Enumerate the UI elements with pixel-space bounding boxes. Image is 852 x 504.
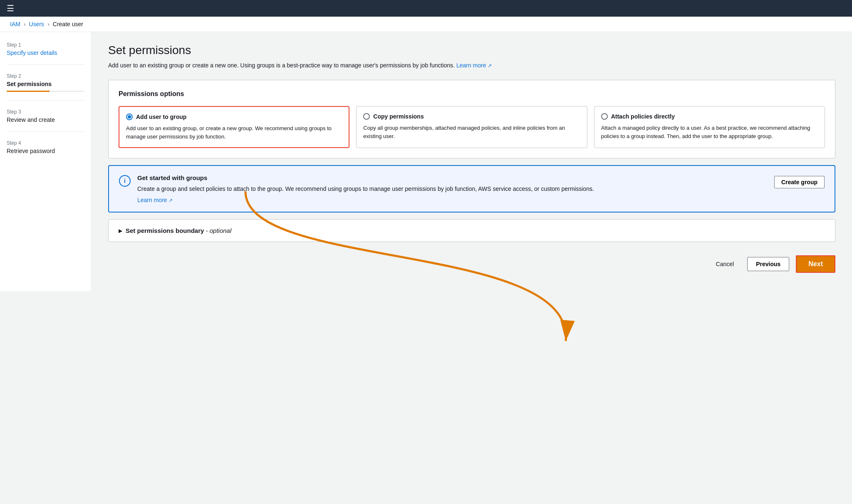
radio-add-to-group[interactable] [126, 114, 133, 120]
info-box-title: Get started with groups [137, 174, 825, 181]
learn-more-link-groups[interactable]: Learn more [137, 197, 173, 203]
breadcrumb-sep-2: › [47, 21, 50, 27]
breadcrumb-create-user: Create user [53, 21, 83, 27]
boundary-optional-label: optional [210, 227, 232, 234]
option-copy-permissions[interactable]: Copy permissions Copy all group membersh… [356, 106, 587, 148]
option-copy-permissions-label: Copy permissions [373, 113, 424, 120]
radio-attach-policies[interactable] [601, 113, 608, 120]
breadcrumb-users[interactable]: Users [29, 21, 45, 27]
boundary-header: ▶ Set permissions boundary - optional [119, 227, 825, 234]
option-attach-policies-label: Attach policies directly [611, 113, 675, 120]
step-2-progress [7, 91, 84, 92]
boundary-title-text: Set permissions boundary [126, 227, 204, 234]
step-3-label: Step 3 [7, 109, 84, 115]
sidebar-item-specify-user-details[interactable]: Specify user details [7, 49, 84, 56]
topbar: ☰ [0, 0, 852, 17]
option-copy-permissions-header: Copy permissions [363, 113, 580, 120]
permissions-options-card: Permissions options Add user to group Ad… [108, 80, 835, 158]
option-attach-policies-desc: Attach a managed policy directly to a us… [601, 124, 818, 140]
breadcrumb-iam[interactable]: IAM [10, 21, 20, 27]
option-attach-policies[interactable]: Attach policies directly Attach a manage… [594, 106, 825, 148]
main-content: Set permissions Add user to an existing … [92, 32, 852, 291]
info-box-groups: i Get started with groups Create a group… [108, 165, 835, 212]
learn-more-link-top[interactable]: Learn more [456, 62, 492, 69]
sidebar-step-4: Step 4 Retrieve password [7, 140, 84, 163]
breadcrumb: IAM › Users › Create user [0, 17, 852, 32]
permissions-options-title: Permissions options [119, 90, 825, 98]
info-content: Get started with groups Create a group a… [137, 174, 825, 203]
page-title: Set permissions [108, 44, 835, 57]
collapse-icon[interactable]: ▶ [119, 228, 122, 234]
info-icon: i [119, 175, 131, 187]
footer-actions: Cancel Previous Next [108, 249, 835, 279]
option-add-to-group[interactable]: Add user to group Add user to an existin… [119, 106, 349, 148]
info-box-desc: Create a group and select policies to at… [137, 185, 825, 193]
options-grid: Add user to group Add user to an existin… [119, 106, 825, 148]
step-2-progress-fill [7, 91, 50, 92]
option-copy-permissions-desc: Copy all group memberships, attached man… [363, 124, 580, 140]
breadcrumb-sep-1: › [24, 21, 26, 27]
option-add-to-group-header: Add user to group [126, 114, 342, 120]
create-group-button[interactable]: Create group [774, 176, 825, 188]
sidebar-step-2: Step 2 Set permissions [7, 73, 84, 101]
option-add-to-group-desc: Add user to an existing group, or create… [126, 124, 342, 141]
previous-button[interactable]: Previous [747, 257, 789, 271]
step-1-label: Step 1 [7, 42, 84, 48]
sidebar-step-3: Step 3 Review and create [7, 109, 84, 132]
page-desc-text: Add user to an existing group or create … [108, 62, 455, 69]
boundary-card: ▶ Set permissions boundary - optional [108, 219, 835, 242]
cancel-button[interactable]: Cancel [709, 257, 741, 271]
boundary-title: Set permissions boundary - optional [126, 227, 231, 234]
page-desc: Add user to an existing group or create … [108, 61, 835, 70]
step-4-label: Step 4 [7, 140, 84, 146]
page-body: Step 1 Specify user details Step 2 Set p… [0, 32, 852, 291]
sidebar: Step 1 Specify user details Step 2 Set p… [0, 32, 92, 291]
sidebar-step-1: Step 1 Specify user details [7, 42, 84, 65]
next-button[interactable]: Next [796, 255, 835, 273]
option-add-to-group-label: Add user to group [136, 114, 186, 120]
step-2-label: Step 2 [7, 73, 84, 79]
sidebar-item-set-permissions: Set permissions [7, 81, 84, 87]
sidebar-item-review-create: Review and create [7, 116, 84, 123]
boundary-optional: - optional [206, 227, 232, 234]
hamburger-icon[interactable]: ☰ [7, 3, 14, 13]
radio-copy-permissions[interactable] [363, 113, 370, 120]
option-attach-policies-header: Attach policies directly [601, 113, 818, 120]
sidebar-item-retrieve-password: Retrieve password [7, 148, 84, 154]
